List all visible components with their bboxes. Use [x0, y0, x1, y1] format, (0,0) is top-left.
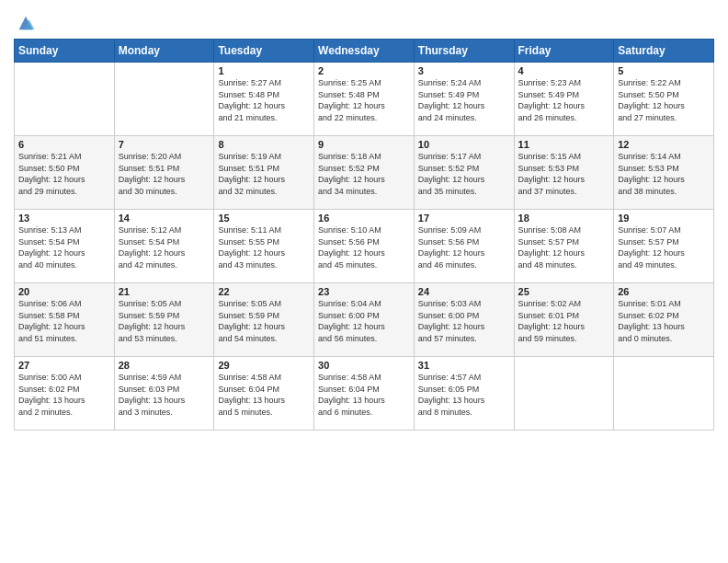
- calendar-cell: 13Sunrise: 5:13 AM Sunset: 5:54 PM Dayli…: [15, 210, 115, 283]
- day-number: 2: [318, 65, 410, 76]
- day-number: 30: [318, 360, 410, 371]
- calendar-cell: 20Sunrise: 5:06 AM Sunset: 5:58 PM Dayli…: [15, 283, 115, 357]
- calendar-cell: [15, 63, 115, 136]
- day-number: 13: [18, 213, 110, 224]
- day-number: 16: [318, 213, 410, 224]
- calendar-cell: 11Sunrise: 5:15 AM Sunset: 5:53 PM Dayli…: [514, 136, 614, 210]
- weekday-header-monday: Monday: [114, 40, 214, 63]
- weekday-header-saturday: Saturday: [614, 40, 714, 63]
- calendar-cell: 31Sunrise: 4:57 AM Sunset: 6:05 PM Dayli…: [414, 357, 514, 431]
- day-info: Sunrise: 5:20 AM Sunset: 5:51 PM Dayligh…: [119, 151, 210, 197]
- header: [14, 9, 714, 33]
- week-row-1: 1Sunrise: 5:27 AM Sunset: 5:48 PM Daylig…: [15, 63, 714, 136]
- day-info: Sunrise: 5:05 AM Sunset: 5:59 PM Dayligh…: [119, 298, 210, 344]
- header-row: SundayMondayTuesdayWednesdayThursdayFrid…: [15, 40, 714, 63]
- day-info: Sunrise: 5:12 AM Sunset: 5:54 PM Dayligh…: [119, 224, 210, 270]
- day-number: 11: [518, 139, 610, 150]
- calendar-cell: 7Sunrise: 5:20 AM Sunset: 5:51 PM Daylig…: [114, 136, 214, 210]
- calendar-cell: 30Sunrise: 4:58 AM Sunset: 6:04 PM Dayli…: [314, 357, 415, 431]
- day-number: 4: [518, 65, 610, 76]
- day-number: 8: [218, 139, 310, 150]
- day-info: Sunrise: 5:04 AM Sunset: 6:00 PM Dayligh…: [318, 298, 410, 344]
- day-info: Sunrise: 5:22 AM Sunset: 5:50 PM Dayligh…: [618, 77, 710, 123]
- calendar-cell: 6Sunrise: 5:21 AM Sunset: 5:50 PM Daylig…: [15, 136, 115, 210]
- day-number: 6: [18, 139, 110, 150]
- day-number: 25: [518, 286, 610, 297]
- day-number: 5: [618, 65, 710, 76]
- calendar-cell: 5Sunrise: 5:22 AM Sunset: 5:50 PM Daylig…: [614, 63, 714, 136]
- day-info: Sunrise: 5:21 AM Sunset: 5:50 PM Dayligh…: [18, 151, 110, 197]
- calendar-cell: 18Sunrise: 5:08 AM Sunset: 5:57 PM Dayli…: [514, 210, 614, 283]
- week-row-5: 27Sunrise: 5:00 AM Sunset: 6:02 PM Dayli…: [15, 357, 714, 431]
- calendar-cell: 1Sunrise: 5:27 AM Sunset: 5:48 PM Daylig…: [214, 63, 314, 136]
- day-number: 21: [119, 286, 210, 297]
- day-number: 12: [618, 139, 710, 150]
- logo: [14, 13, 36, 33]
- calendar-cell: [514, 357, 614, 431]
- weekday-header-thursday: Thursday: [414, 40, 514, 63]
- calendar-cell: [614, 357, 714, 431]
- day-info: Sunrise: 5:03 AM Sunset: 6:00 PM Dayligh…: [418, 298, 510, 344]
- calendar-cell: 15Sunrise: 5:11 AM Sunset: 5:55 PM Dayli…: [214, 210, 314, 283]
- weekday-header-wednesday: Wednesday: [314, 40, 415, 63]
- day-number: 3: [418, 65, 510, 76]
- calendar-cell: 16Sunrise: 5:10 AM Sunset: 5:56 PM Dayli…: [314, 210, 415, 283]
- day-info: Sunrise: 4:58 AM Sunset: 6:04 PM Dayligh…: [218, 372, 310, 418]
- day-info: Sunrise: 5:27 AM Sunset: 5:48 PM Dayligh…: [218, 77, 310, 123]
- day-number: 22: [218, 286, 310, 297]
- calendar-cell: 17Sunrise: 5:09 AM Sunset: 5:56 PM Dayli…: [414, 210, 514, 283]
- day-number: 24: [418, 286, 510, 297]
- day-info: Sunrise: 5:17 AM Sunset: 5:52 PM Dayligh…: [418, 151, 510, 197]
- day-info: Sunrise: 4:59 AM Sunset: 6:03 PM Dayligh…: [119, 372, 210, 418]
- day-number: 10: [418, 139, 510, 150]
- day-number: 7: [119, 139, 210, 150]
- calendar-table: SundayMondayTuesdayWednesdayThursdayFrid…: [14, 39, 714, 431]
- calendar-cell: 19Sunrise: 5:07 AM Sunset: 5:57 PM Dayli…: [614, 210, 714, 283]
- calendar-cell: 22Sunrise: 5:05 AM Sunset: 5:59 PM Dayli…: [214, 283, 314, 357]
- day-number: 23: [318, 286, 410, 297]
- day-number: 27: [18, 360, 110, 371]
- day-info: Sunrise: 5:01 AM Sunset: 6:02 PM Dayligh…: [618, 298, 710, 344]
- calendar-cell: 26Sunrise: 5:01 AM Sunset: 6:02 PM Dayli…: [614, 283, 714, 357]
- day-number: 17: [418, 213, 510, 224]
- calendar-cell: 14Sunrise: 5:12 AM Sunset: 5:54 PM Dayli…: [114, 210, 214, 283]
- day-number: 1: [218, 65, 310, 76]
- week-row-4: 20Sunrise: 5:06 AM Sunset: 5:58 PM Dayli…: [15, 283, 714, 357]
- day-info: Sunrise: 5:09 AM Sunset: 5:56 PM Dayligh…: [418, 224, 510, 270]
- calendar-cell: [114, 63, 214, 136]
- day-info: Sunrise: 5:14 AM Sunset: 5:53 PM Dayligh…: [618, 151, 710, 197]
- week-row-3: 13Sunrise: 5:13 AM Sunset: 5:54 PM Dayli…: [15, 210, 714, 283]
- calendar-cell: 27Sunrise: 5:00 AM Sunset: 6:02 PM Dayli…: [15, 357, 115, 431]
- day-info: Sunrise: 5:11 AM Sunset: 5:55 PM Dayligh…: [218, 224, 310, 270]
- calendar-cell: 8Sunrise: 5:19 AM Sunset: 5:51 PM Daylig…: [214, 136, 314, 210]
- day-info: Sunrise: 5:06 AM Sunset: 5:58 PM Dayligh…: [18, 298, 110, 344]
- page-container: SundayMondayTuesdayWednesdayThursdayFrid…: [0, 0, 728, 440]
- calendar-cell: 29Sunrise: 4:58 AM Sunset: 6:04 PM Dayli…: [214, 357, 314, 431]
- day-number: 29: [218, 360, 310, 371]
- day-number: 19: [618, 213, 710, 224]
- calendar-cell: 9Sunrise: 5:18 AM Sunset: 5:52 PM Daylig…: [314, 136, 415, 210]
- day-number: 18: [518, 213, 610, 224]
- day-number: 20: [18, 286, 110, 297]
- calendar-cell: 3Sunrise: 5:24 AM Sunset: 5:49 PM Daylig…: [414, 63, 514, 136]
- day-info: Sunrise: 5:23 AM Sunset: 5:49 PM Dayligh…: [518, 77, 610, 123]
- weekday-header-sunday: Sunday: [15, 40, 115, 63]
- day-info: Sunrise: 5:18 AM Sunset: 5:52 PM Dayligh…: [318, 151, 410, 197]
- day-info: Sunrise: 5:10 AM Sunset: 5:56 PM Dayligh…: [318, 224, 410, 270]
- calendar-cell: 10Sunrise: 5:17 AM Sunset: 5:52 PM Dayli…: [414, 136, 514, 210]
- day-number: 26: [618, 286, 710, 297]
- week-row-2: 6Sunrise: 5:21 AM Sunset: 5:50 PM Daylig…: [15, 136, 714, 210]
- day-info: Sunrise: 5:08 AM Sunset: 5:57 PM Dayligh…: [518, 224, 610, 270]
- day-info: Sunrise: 5:25 AM Sunset: 5:48 PM Dayligh…: [318, 77, 410, 123]
- calendar-cell: 4Sunrise: 5:23 AM Sunset: 5:49 PM Daylig…: [514, 63, 614, 136]
- calendar-cell: 2Sunrise: 5:25 AM Sunset: 5:48 PM Daylig…: [314, 63, 415, 136]
- day-number: 15: [218, 213, 310, 224]
- day-info: Sunrise: 5:13 AM Sunset: 5:54 PM Dayligh…: [18, 224, 110, 270]
- day-info: Sunrise: 4:57 AM Sunset: 6:05 PM Dayligh…: [418, 372, 510, 418]
- day-info: Sunrise: 5:19 AM Sunset: 5:51 PM Dayligh…: [218, 151, 310, 197]
- calendar-cell: 28Sunrise: 4:59 AM Sunset: 6:03 PM Dayli…: [114, 357, 214, 431]
- calendar-cell: 21Sunrise: 5:05 AM Sunset: 5:59 PM Dayli…: [114, 283, 214, 357]
- day-number: 31: [418, 360, 510, 371]
- day-info: Sunrise: 4:58 AM Sunset: 6:04 PM Dayligh…: [318, 372, 410, 418]
- day-number: 14: [119, 213, 210, 224]
